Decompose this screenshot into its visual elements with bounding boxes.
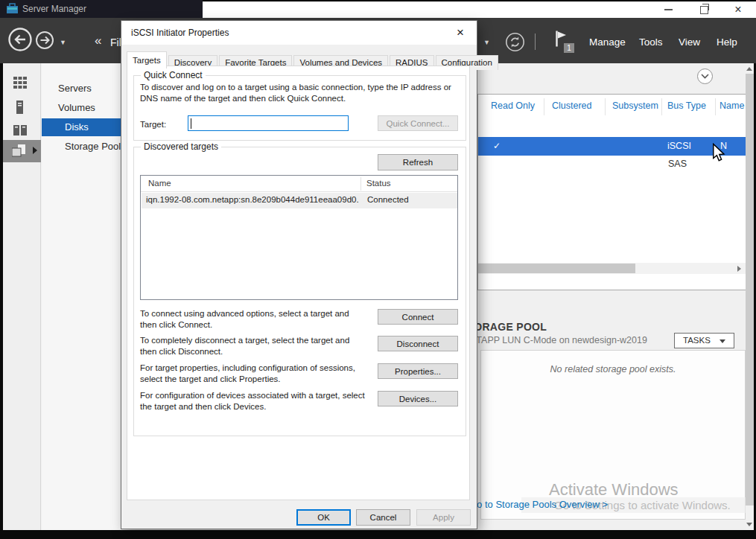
dialog-title: iSCSI Initiator Properties: [131, 28, 229, 38]
empty-pool-message: No related storage pool exists.: [481, 364, 745, 374]
target-label: Target:: [140, 119, 166, 130]
target-row[interactable]: iqn.1992-08.com.netapp:sn.8e209b044de911…: [142, 193, 457, 208]
horizontal-scrollbar[interactable]: [478, 263, 746, 274]
disk-row[interactable]: SAS: [478, 156, 746, 173]
minimize-button[interactable]: [655, 1, 681, 18]
collapse-tree-icon[interactable]: «: [95, 34, 101, 48]
server-manager-icon: [6, 3, 19, 14]
local-server-icon[interactable]: [16, 101, 24, 114]
close-icon: ×: [457, 25, 464, 40]
scroll-right-icon[interactable]: [737, 266, 741, 272]
properties-button[interactable]: Properties...: [378, 363, 458, 379]
storage-pool-subtitle: NETAPP LUN C-Mode on newdesign-w2019: [463, 335, 647, 345]
caret-down-icon: [720, 339, 725, 343]
disk-bus-type: SAS: [668, 159, 687, 169]
quick-connect-group: Quick Connect To discover and log on to …: [133, 75, 466, 141]
sidebar: Servers Volumes Disks Storage Pools: [42, 63, 121, 530]
collapse-section-button[interactable]: [697, 68, 713, 84]
column-header-clustered[interactable]: Clustered: [552, 101, 592, 111]
target-input[interactable]: [188, 115, 349, 131]
disconnect-description: To completely disconnect a target, selec…: [140, 335, 368, 357]
column-header-read-only[interactable]: Read Only: [491, 101, 535, 111]
disk-row-selected[interactable]: ✓ iSCSI N: [478, 137, 746, 156]
scrollbar-thumb[interactable]: [478, 264, 635, 273]
column-header-name[interactable]: Name: [720, 101, 745, 111]
connect-button[interactable]: Connect: [378, 309, 458, 325]
dashboard-icon[interactable]: [13, 77, 27, 89]
vertical-scrollbar[interactable]: [746, 63, 754, 530]
iscsi-initiator-dialog: iSCSI Initiator Properties × Targets Dis…: [121, 21, 477, 529]
connect-description: To connect using advanced options, selec…: [140, 308, 368, 331]
dialog-title-bar: iSCSI Initiator Properties ×: [121, 21, 477, 45]
column-header-bus-type[interactable]: Bus Type: [667, 101, 706, 111]
restore-icon: [700, 6, 708, 14]
dialog-close-button[interactable]: ×: [445, 22, 475, 43]
ok-button[interactable]: OK: [296, 509, 351, 526]
window-edge-bottom: [0, 530, 756, 539]
devices-button[interactable]: Devices...: [378, 391, 458, 406]
menu-help[interactable]: Help: [717, 36, 737, 48]
target-iqn: iqn.1992-08.com.netapp:sn.8e209b044de911…: [146, 195, 359, 204]
menu-tools[interactable]: Tools: [639, 36, 663, 48]
back-icon[interactable]: [7, 27, 33, 52]
expand-arrow-icon[interactable]: [33, 147, 37, 154]
discovered-targets-group: Discovered targets Refresh Name Status i…: [133, 147, 466, 436]
chevron-down-icon: [701, 74, 709, 79]
file-storage-services-item[interactable]: [3, 140, 41, 162]
refresh-button[interactable]: Refresh: [378, 154, 458, 170]
notification-badge: 1: [564, 43, 574, 53]
close-button[interactable]: ×: [725, 1, 751, 18]
tasks-dropdown[interactable]: TASKS: [674, 333, 734, 348]
devices-description: For configuration of devices associated …: [140, 390, 368, 412]
properties-description: For target properties, including configu…: [140, 363, 368, 385]
target-status: Connected: [367, 195, 409, 204]
file-storage-services-icon: [12, 144, 27, 158]
list-column-name[interactable]: Name: [148, 179, 171, 188]
list-column-status[interactable]: Status: [366, 179, 391, 188]
scroll-down-icon[interactable]: [746, 523, 752, 526]
tab-targets[interactable]: Targets: [127, 51, 167, 68]
forward-icon[interactable]: [35, 31, 54, 50]
disconnect-button[interactable]: Disconnect: [378, 336, 458, 351]
window-edge-left: [0, 63, 3, 530]
text-caret: [191, 118, 191, 129]
sidebar-item-servers[interactable]: Servers: [58, 83, 92, 94]
quick-connect-description: To discover and log on to a target using…: [140, 82, 462, 104]
close-icon: ×: [734, 4, 741, 16]
targets-tab-page: Quick Connect To discover and log on to …: [127, 66, 470, 500]
activate-windows-watermark: Activate Windows: [549, 480, 679, 500]
list-header: Name Status: [141, 176, 457, 192]
all-servers-icon[interactable]: [13, 124, 28, 136]
scrollbar-thumb[interactable]: [746, 74, 754, 505]
title-bar-right: ×: [203, 0, 756, 18]
nav-dropdown-icon[interactable]: ▼: [60, 39, 66, 46]
mouse-cursor: [711, 143, 726, 162]
apply-button[interactable]: Apply: [416, 509, 471, 526]
storage-pools-overview-link[interactable]: Go to Storage Pools Overview >: [469, 499, 608, 510]
cancel-button[interactable]: Cancel: [356, 509, 410, 526]
check-icon: ✓: [493, 141, 501, 151]
menu-manage[interactable]: Manage: [589, 36, 626, 48]
module-icon-strip: [3, 63, 41, 530]
column-header-subsystem[interactable]: Subsystem: [612, 101, 658, 111]
scroll-up-icon[interactable]: [746, 67, 752, 71]
sidebar-item-disks[interactable]: Disks: [42, 118, 121, 136]
disks-table: Read Only Clustered Subsystem Bus Type N…: [477, 94, 747, 290]
sidebar-item-storage-pools[interactable]: Storage Pools: [65, 141, 126, 152]
discovered-targets-list[interactable]: Name Status iqn.1992-08.com.netapp:sn.8e…: [140, 175, 458, 300]
refresh-icon[interactable]: [505, 32, 525, 52]
toolbar-divider: [535, 34, 536, 50]
title-bar: Server Manager: [0, 0, 203, 18]
sidebar-item-volumes[interactable]: Volumes: [58, 102, 95, 113]
window-title: Server Manager: [22, 4, 86, 14]
refresh-dropdown-icon[interactable]: ▼: [483, 39, 490, 46]
maximize-button[interactable]: [691, 1, 717, 18]
disk-bus-type: iSCSI: [667, 141, 691, 151]
menu-view[interactable]: View: [679, 36, 700, 48]
quick-connect-button[interactable]: Quick Connect...: [378, 115, 458, 131]
